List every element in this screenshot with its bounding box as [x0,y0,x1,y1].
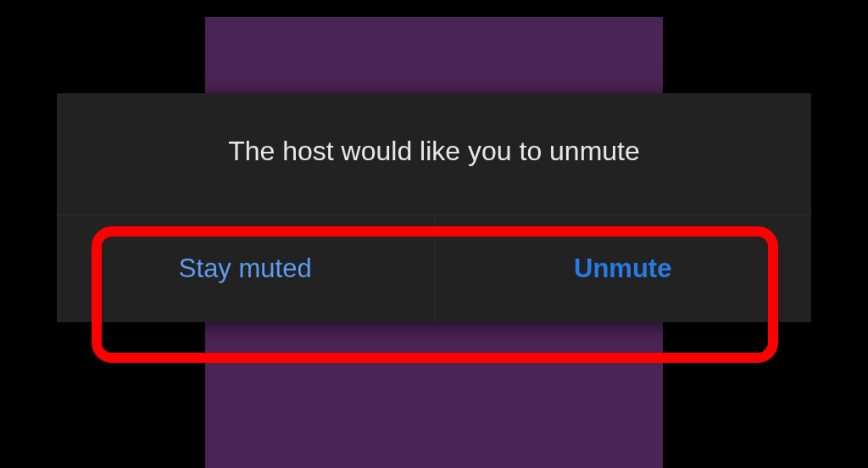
dialog-button-row: Stay muted Unmute [57,215,811,322]
unmute-request-dialog: The host would like you to unmute Stay m… [57,93,811,322]
unmute-button[interactable]: Unmute [435,215,812,322]
stay-muted-button[interactable]: Stay muted [57,215,434,322]
dialog-title: The host would like you to unmute [57,93,811,215]
